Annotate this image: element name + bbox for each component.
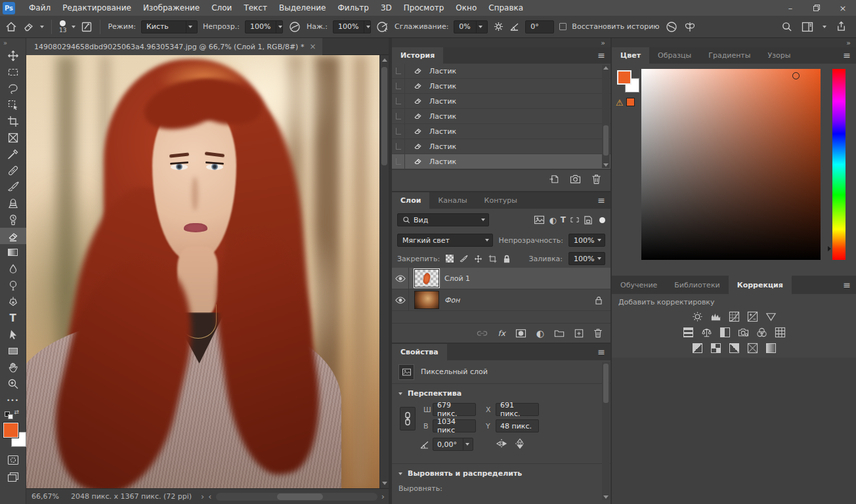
tool-clone-stamp[interactable] — [0, 195, 26, 211]
exposure-icon[interactable] — [747, 311, 758, 322]
collapse-panels-strip[interactable]: » — [392, 38, 610, 47]
history-entry[interactable]: Ластик — [392, 139, 610, 154]
link-layers-icon[interactable] — [477, 329, 488, 337]
filter-toggle-icon[interactable] — [599, 217, 605, 223]
pressure-opacity-icon[interactable] — [288, 21, 301, 33]
tool-shape[interactable] — [0, 343, 26, 359]
vibrance-icon[interactable] — [765, 311, 777, 322]
tab-libraries[interactable]: Библиотеки — [666, 276, 728, 294]
section-collapse-icon[interactable] — [398, 392, 402, 395]
scroll-down-icon[interactable] — [603, 495, 609, 499]
chevron-down-icon[interactable] — [823, 26, 826, 28]
fill-select[interactable]: 100% — [568, 252, 605, 265]
tab-layers[interactable]: Слои — [392, 192, 429, 209]
home-icon[interactable] — [5, 21, 17, 33]
lock-position-icon[interactable] — [474, 255, 482, 263]
history-entry[interactable]: Ластик — [392, 94, 610, 109]
filter-image-icon[interactable] — [534, 215, 545, 224]
scroll-thumb[interactable] — [603, 364, 609, 403]
pressure-size-icon[interactable] — [665, 21, 678, 33]
lock-paint-icon[interactable] — [460, 255, 468, 263]
tool-marquee[interactable] — [0, 64, 26, 80]
symmetry-icon[interactable] — [683, 21, 696, 33]
layer-style-icon[interactable]: fx — [498, 329, 505, 338]
tool-zoom[interactable] — [0, 375, 26, 392]
layer-name[interactable]: Фон — [444, 296, 460, 304]
section-collapse-icon[interactable] — [398, 472, 402, 475]
filter-adjustment-icon[interactable]: ◐ — [549, 215, 556, 225]
rotation-field[interactable]: 0,00° — [433, 438, 473, 451]
tool-hand[interactable] — [0, 359, 26, 375]
menu-edit[interactable]: Редактирование — [56, 0, 137, 16]
tool-history-brush[interactable] — [0, 211, 26, 228]
new-group-icon[interactable] — [554, 329, 565, 337]
tab-history[interactable]: История — [392, 47, 443, 64]
color-lookup-icon[interactable] — [775, 327, 786, 338]
history-entry-selected[interactable]: Ластик — [392, 154, 610, 169]
share-icon[interactable] — [836, 21, 847, 32]
close-tab-icon[interactable]: × — [309, 42, 316, 51]
menu-window[interactable]: Окно — [450, 0, 482, 16]
selective-color-icon[interactable] — [765, 343, 777, 354]
lock-transparency-icon[interactable] — [446, 255, 454, 262]
tool-move[interactable] — [0, 47, 26, 64]
chevron-down-icon[interactable] — [40, 26, 44, 28]
lock-all-icon[interactable] — [503, 255, 511, 263]
search-icon[interactable] — [781, 21, 792, 32]
threshold-icon[interactable] — [729, 343, 740, 354]
tool-frame[interactable] — [0, 129, 26, 146]
menu-filter[interactable]: Фильтр — [332, 0, 374, 16]
menu-view[interactable]: Просмотр — [398, 0, 450, 16]
close-button[interactable]: × — [830, 0, 856, 16]
menu-image[interactable]: Изображение — [137, 0, 205, 16]
restore-history-checkbox[interactable] — [559, 23, 567, 30]
flip-horizontal-icon[interactable] — [496, 438, 507, 449]
tab-gradients[interactable]: Градиенты — [700, 47, 759, 64]
quick-mask-button[interactable] — [0, 452, 26, 469]
y-field[interactable]: 48 пикс. — [496, 419, 539, 432]
history-source-box[interactable] — [392, 64, 405, 79]
layer-mask-icon[interactable] — [515, 329, 526, 338]
x-field[interactable]: 691 пикс. — [496, 403, 539, 416]
opacity-select[interactable]: 100% — [245, 20, 283, 33]
tool-type[interactable]: T — [0, 310, 26, 326]
history-entry[interactable]: Ластик — [392, 109, 610, 124]
blend-mode-select[interactable]: Мягкий свет — [397, 234, 493, 247]
collapse-icon[interactable]: » — [601, 39, 605, 47]
mode-select[interactable]: Кисть — [141, 20, 198, 33]
filter-type-icon[interactable]: T — [561, 215, 566, 224]
collapse-icon[interactable]: » — [846, 39, 851, 47]
tool-path-select[interactable] — [0, 326, 26, 343]
airbrush-icon[interactable] — [376, 21, 389, 33]
tool-object-selection[interactable] — [0, 96, 26, 113]
hue-saturation-icon[interactable] — [683, 327, 694, 338]
tab-swatches[interactable]: Образцы — [649, 47, 700, 64]
toolbar-collapse-icon[interactable]: » — [0, 38, 26, 47]
tool-eraser[interactable] — [0, 228, 26, 244]
menu-type[interactable]: Текст — [238, 0, 273, 16]
foreground-color-swatch[interactable] — [617, 70, 631, 85]
history-entry[interactable]: Ластик — [392, 64, 610, 79]
flow-select[interactable]: 100% — [333, 20, 371, 33]
visibility-eye-icon[interactable] — [392, 268, 409, 289]
tab-paths[interactable]: Контуры — [476, 192, 526, 209]
width-field[interactable]: 679 пикс. — [433, 403, 476, 416]
channel-mixer-icon[interactable] — [756, 327, 767, 338]
panel-menu-icon[interactable]: ≡ — [843, 51, 851, 60]
menu-file[interactable]: Файл — [23, 0, 56, 16]
layer-thumbnail[interactable] — [414, 269, 439, 287]
horizontal-scrollbar[interactable] — [216, 493, 377, 501]
angle-input[interactable]: 0° — [525, 20, 554, 33]
tool-blur[interactable] — [0, 261, 26, 277]
posterize-icon[interactable] — [710, 343, 721, 354]
filter-smart-object-icon[interactable] — [584, 215, 593, 225]
black-white-icon[interactable] — [719, 327, 731, 338]
document-tab[interactable]: 149080294658dbd9025063a4.96305347.jpg @ … — [26, 38, 322, 55]
restore-button[interactable] — [803, 0, 830, 16]
camera-snapshot-icon[interactable] — [570, 174, 581, 184]
chevron-down-icon[interactable] — [72, 26, 75, 28]
gradient-map-icon[interactable] — [747, 343, 758, 354]
gamut-swatch[interactable] — [626, 98, 635, 106]
trash-icon[interactable] — [593, 328, 603, 338]
visibility-eye-icon[interactable] — [392, 289, 409, 310]
